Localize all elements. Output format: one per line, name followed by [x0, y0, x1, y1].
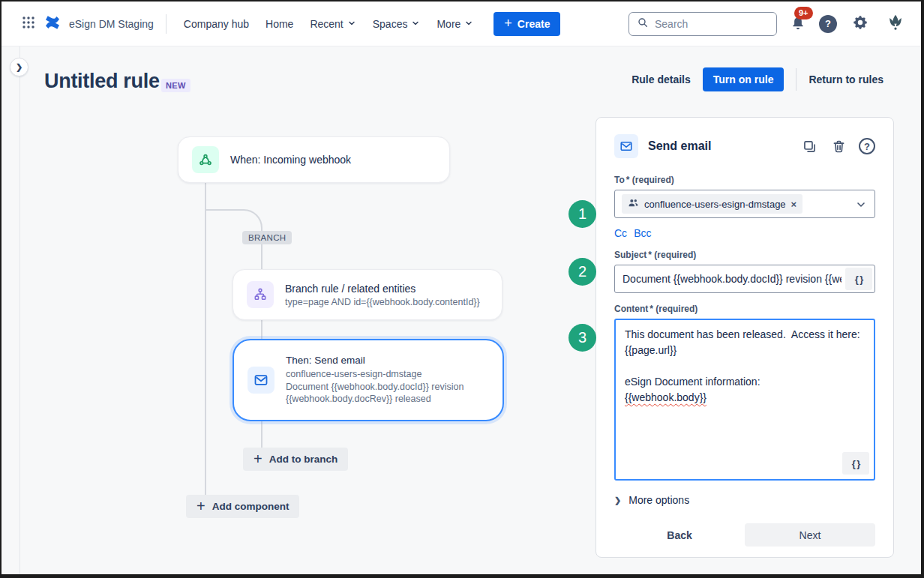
content-blank-line	[625, 358, 865, 374]
to-field-label: To* (required)	[614, 175, 875, 185]
nav-item-spaces[interactable]: Spaces	[364, 13, 429, 35]
content-textarea[interactable]: This document has been released. Access …	[614, 319, 875, 481]
add-component-button[interactable]: + Add component	[186, 495, 299, 518]
rule-details-link[interactable]: Rule details	[632, 73, 691, 85]
chevron-right-icon: ❯	[16, 62, 22, 72]
mail-icon	[614, 134, 638, 158]
braces-icon: { }	[852, 458, 860, 469]
notification-count-badge: 9+	[794, 7, 813, 19]
nav-item-recent[interactable]: Recent	[302, 13, 364, 35]
plus-icon: +	[504, 16, 512, 30]
rule-builder-content: ❯ Untitled rule NEW Rule details Turn on…	[2, 46, 921, 574]
cc-link[interactable]: Cc	[614, 227, 627, 239]
braces-icon: { }	[855, 274, 863, 285]
sitemap-icon	[247, 281, 274, 308]
annotation-callout-3: 3	[568, 324, 596, 352]
content-text: {{page.url}}	[625, 344, 676, 356]
notifications-button[interactable]: 9+	[788, 14, 808, 34]
chevron-right-icon: ❯	[614, 496, 621, 505]
panel-title: Send email	[648, 139, 711, 153]
content-text: eSign Document information:	[625, 376, 760, 388]
delete-button[interactable]	[830, 137, 848, 155]
nav-item-more[interactable]: More	[428, 13, 482, 35]
chevron-down-icon	[347, 18, 356, 30]
people-icon	[628, 197, 639, 211]
close-icon[interactable]: ×	[791, 199, 797, 210]
action-node-line: Document {{webhook.body.docId}} revision	[286, 381, 464, 394]
nav-item-company-hub[interactable]: Company hub	[176, 13, 257, 35]
recipient-chip[interactable]: confluence-users-esign-dmstage ×	[622, 194, 802, 214]
plus-icon: +	[254, 451, 262, 466]
site-name: eSign DM Staging	[69, 18, 154, 30]
content-text-misspelled: {{webhook.body}}	[625, 391, 706, 403]
add-to-branch-button[interactable]: + Add to branch	[243, 448, 348, 471]
bcc-link[interactable]: Bcc	[634, 227, 651, 239]
confluence-logo[interactable]	[40, 12, 64, 36]
more-options-toggle[interactable]: ❯ More options	[614, 494, 875, 506]
settings-button[interactable]	[848, 12, 872, 36]
return-to-rules-link[interactable]: Return to rules	[808, 73, 884, 85]
topbar-divider	[166, 14, 166, 34]
panel-help-button[interactable]: ?	[859, 138, 875, 154]
action-node-title: Then: Send email	[286, 355, 464, 366]
trigger-node-title: When: Incoming webhook	[230, 154, 351, 166]
webhook-icon	[192, 146, 219, 173]
annotation-callout-2: 2	[568, 258, 596, 286]
avatar-flower-icon	[886, 13, 905, 35]
turn-on-rule-button[interactable]: Turn on rule	[703, 67, 784, 91]
back-button[interactable]: Back	[614, 529, 745, 541]
branch-node-subtitle: type=page AND id={{webhook.body.contentI…	[285, 297, 480, 307]
chevron-down-icon	[411, 18, 420, 30]
mail-icon	[248, 367, 274, 394]
action-node-line: confluence-users-esign-dmstage	[286, 368, 464, 381]
recipient-chip-label: confluence-users-esign-dmstage	[644, 199, 786, 210]
profile-avatar[interactable]	[884, 12, 908, 36]
next-button[interactable]: Next	[745, 523, 875, 547]
plus-icon: +	[196, 499, 206, 514]
content-text: This document has been released. Access …	[625, 328, 860, 340]
chevron-down-icon[interactable]	[855, 199, 867, 214]
branch-tag: BRANCH	[242, 231, 292, 244]
send-email-config-panel: Send email ?	[596, 117, 894, 558]
app-switcher-button[interactable]	[16, 12, 40, 36]
question-icon: ?	[825, 18, 831, 29]
trigger-node-incoming-webhook[interactable]: When: Incoming webhook	[178, 136, 450, 183]
branch-rule-node[interactable]: Branch rule / related entities type=page…	[232, 269, 502, 320]
annotation-callout-1: 1	[568, 200, 596, 228]
search-icon	[637, 16, 649, 31]
duplicate-button[interactable]	[800, 137, 818, 155]
branch-node-title: Branch rule / related entities	[285, 283, 480, 295]
subject-input[interactable]	[614, 265, 875, 293]
cc-bcc-row: Cc Bcc	[614, 227, 875, 239]
action-node-line: {{webhook.body.docRev}} released	[286, 393, 464, 406]
actions-divider	[796, 68, 796, 91]
top-navigation-bar: eSign DM Staging Company hub Home Recent…	[2, 1, 921, 46]
help-button[interactable]: ?	[819, 15, 837, 33]
grid-icon	[22, 16, 35, 32]
gear-icon	[852, 14, 868, 34]
confluence-logo-icon	[43, 13, 62, 34]
nav-item-home[interactable]: Home	[257, 13, 302, 35]
create-button[interactable]: + Create	[494, 12, 560, 36]
search-input[interactable]	[655, 18, 769, 30]
action-node-send-email[interactable]: Then: Send email confluence-users-esign-…	[232, 339, 504, 421]
expand-sidebar-button[interactable]: ❯	[10, 58, 28, 76]
chevron-down-icon	[464, 18, 473, 30]
rule-actions: Rule details Turn on rule Return to rule…	[632, 67, 884, 91]
insert-variable-button[interactable]: { }	[845, 268, 872, 290]
to-select[interactable]: confluence-users-esign-dmstage ×	[614, 190, 875, 218]
insert-variable-button[interactable]: { }	[842, 452, 869, 475]
screenshot-frame: eSign DM Staging Company hub Home Recent…	[0, 0, 924, 578]
subject-field-label: Subject* (required)	[614, 250, 875, 260]
search-box[interactable]	[628, 12, 777, 36]
question-icon: ?	[864, 141, 870, 152]
content-field-label: Content* (required)	[614, 304, 875, 314]
